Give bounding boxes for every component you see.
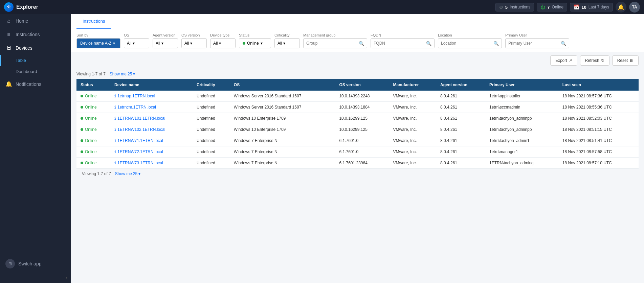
cell-os-version-2: 10.0.16299.125	[335, 113, 389, 124]
sidebar-sub-item-dashboard[interactable]: Dashboard	[0, 66, 71, 77]
device-name-link-3[interactable]: ℹ 1ETRNW102.1ETRN.local	[114, 127, 188, 132]
status-online-5: Online	[81, 149, 106, 154]
cell-os-version-5: 6.1.7601.0	[335, 146, 389, 158]
sidebar-item-notifications[interactable]: 🔔 Notifications	[0, 77, 71, 91]
cell-manufacturer-0: VMware, Inc.	[389, 91, 436, 102]
device-name-link-2[interactable]: ℹ 1ETRNW101.1ETRN.local	[114, 116, 188, 121]
sidebar-sub-item-table[interactable]: Table	[0, 55, 71, 66]
status-online-0: Online	[81, 94, 106, 98]
user-avatar[interactable]: TA	[629, 2, 640, 13]
criticality-value: All	[277, 41, 282, 46]
cell-device-name-4: ℹ 1ETRNW71.1ETRN.local	[110, 135, 193, 146]
cell-os-0: Windows Server 2016 Standard 1607	[230, 91, 335, 102]
device-name-link-4[interactable]: ℹ 1ETRNW71.1ETRN.local	[114, 138, 188, 143]
sidebar-collapse-button[interactable]: ‹	[0, 273, 71, 283]
sidebar-item-devices[interactable]: 🖥 Devices	[0, 41, 71, 55]
online-badge[interactable]: ⏻ 7 Online	[537, 3, 567, 11]
cell-status-4: Online	[76, 135, 110, 146]
show-me-dropdown[interactable]: Show me 25 ▾	[110, 72, 135, 76]
cell-status-6: Online	[76, 158, 110, 169]
cell-agent-version-3: 8.0.4.261	[436, 124, 485, 135]
col-os-version: OS version	[335, 79, 389, 91]
export-button[interactable]: Export ↗	[550, 55, 577, 66]
show-me-label-bottom: Show me	[115, 171, 132, 176]
sort-by-label: Sort by	[76, 33, 120, 37]
primary-user-input[interactable]	[508, 41, 559, 46]
device-type-dropdown[interactable]: All ▾	[210, 38, 236, 48]
switch-app-button[interactable]: ⊞ Switch app	[5, 259, 66, 268]
notification-bell[interactable]: 🔔	[616, 2, 626, 13]
devices-table: Status Device name Criticality OS OS ver…	[76, 79, 639, 169]
agent-version-dropdown[interactable]: All ▾	[153, 38, 178, 48]
tab-instructions[interactable]: Instructions	[76, 14, 111, 29]
status-dropdown[interactable]: Online ▾	[239, 38, 271, 48]
os-version-chevron: ▾	[190, 41, 192, 46]
cell-device-name-2: ℹ 1ETRNW101.1ETRN.local	[110, 113, 193, 124]
sort-by-dropdown[interactable]: Device name A-Z ▾	[76, 38, 120, 48]
location-search-icon: 🔍	[493, 41, 499, 46]
cell-last-seen-4: 18 Nov 2021 08:51:41 UTC	[558, 135, 639, 146]
online-count: 7	[547, 5, 550, 10]
tabs-bar: Instructions	[71, 14, 644, 29]
cell-status-2: Online	[76, 113, 110, 124]
device-name-link-1[interactable]: ℹ 1etrncm.1ETRN.local	[114, 105, 188, 110]
switch-app-icon: ⊞	[5, 259, 15, 268]
cell-device-name-5: ℹ 1ETRNW72.1ETRN.local	[110, 146, 193, 158]
table-row: Online ℹ 1ETRNW73.1ETRN.local Undefined …	[76, 158, 639, 169]
instructions-count: 5	[505, 5, 508, 10]
device-info-icon-1: ℹ	[114, 105, 116, 110]
viewing-text-bottom: Viewing 1-7 of 7	[82, 171, 111, 176]
fqdn-input[interactable]	[374, 41, 424, 46]
os-value: All	[127, 41, 131, 46]
management-group-input[interactable]	[306, 41, 357, 46]
criticality-dropdown[interactable]: All ▾	[274, 38, 300, 48]
primary-user-label: Primary User	[505, 33, 569, 37]
cell-manufacturer-5: VMware, Inc.	[389, 146, 436, 158]
table-row: Online ℹ 1ETRNW101.1ETRN.local Undefined…	[76, 113, 639, 124]
show-me-dropdown-bottom[interactable]: Show me 25 ▾	[115, 171, 140, 176]
sort-by-filter: Sort by Device name A-Z ▾	[76, 33, 120, 48]
cell-os-6: Windows 7 Enterprise N	[230, 158, 335, 169]
instructions-badge[interactable]: ⊘ 5 Instructions	[495, 3, 534, 11]
status-dot-5	[81, 150, 83, 153]
refresh-button[interactable]: Refresh ↻	[580, 55, 609, 66]
sidebar-item-notifications-label: Notifications	[16, 81, 41, 87]
os-chevron: ▾	[133, 41, 135, 46]
device-name-link-0[interactable]: ℹ 1etrnap.1ETRN.local	[114, 94, 188, 98]
online-status-dot	[243, 42, 245, 45]
status-label: Status	[239, 33, 271, 37]
status-online-6: Online	[81, 161, 106, 165]
cell-status-0: Online	[76, 91, 110, 102]
sidebar-item-home[interactable]: ⌂ Home	[0, 14, 71, 28]
cell-last-seen-0: 18 Nov 2021 08:57:36 UTC	[558, 91, 639, 102]
location-input[interactable]	[441, 41, 492, 46]
col-os: OS	[230, 79, 335, 91]
collapse-icon: ‹	[66, 275, 67, 280]
cell-device-name-0: ℹ 1etrnap.1ETRN.local	[110, 91, 193, 102]
os-version-dropdown[interactable]: All ▾	[181, 38, 207, 48]
sidebar-bottom: ⊞ Switch app	[0, 255, 71, 273]
table-row: Online ℹ 1ETRNW71.1ETRN.local Undefined …	[76, 135, 639, 146]
cell-os-version-3: 10.0.16299.125	[335, 124, 389, 135]
lastdays-label: Last 7 days	[589, 5, 609, 9]
sidebar-item-instructions[interactable]: ≡ Instructions	[0, 28, 71, 41]
agent-version-value: All	[156, 41, 160, 46]
cell-os-version-4: 6.1.7601.0	[335, 135, 389, 146]
topbar-right: ⊘ 5 Instructions ⏻ 7 Online 📅 10 Last 7 …	[495, 2, 640, 13]
os-dropdown[interactable]: All ▾	[124, 38, 149, 48]
lastdays-badge[interactable]: 📅 10 Last 7 days	[570, 3, 613, 11]
device-info-icon-6: ℹ	[114, 161, 116, 165]
device-name-link-6[interactable]: ℹ 1ETRNW73.1ETRN.local	[114, 161, 188, 165]
status-online-2: Online	[81, 116, 106, 121]
cell-status-1: Online	[76, 102, 110, 113]
device-name-link-5[interactable]: ℹ 1ETRNW72.1ETRN.local	[114, 149, 188, 154]
col-status: Status	[76, 79, 110, 91]
criticality-label: Criticality	[274, 33, 300, 37]
status-online-4: Online	[81, 138, 106, 143]
cell-device-name-1: ℹ 1etrncm.1ETRN.local	[110, 102, 193, 113]
reset-button[interactable]: Reset 🗑	[612, 55, 639, 66]
sidebar-item-instructions-label: Instructions	[16, 32, 40, 37]
status-online-3: Online	[81, 127, 106, 132]
cell-manufacturer-6: VMware, Inc.	[389, 158, 436, 169]
cell-criticality-3: Undefined	[193, 124, 230, 135]
